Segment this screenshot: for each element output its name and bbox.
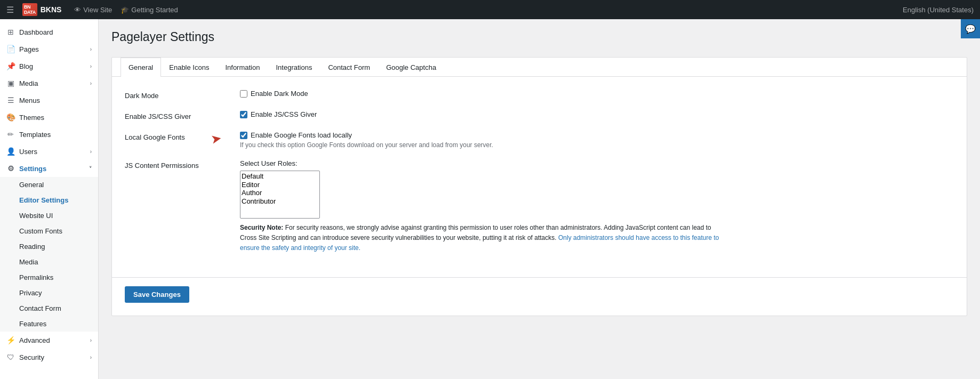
js-permissions-control: Select User Roles: Default Editor Author… [240,159,954,254]
security-note: Security Note: For security reasons, we … [240,223,720,254]
chevron-right-icon: › [90,354,92,360]
dark-mode-control: Enable Dark Mode [240,90,954,98]
hamburger-menu[interactable]: ☰ [6,5,14,15]
site-logo: BNDATA BKNS [22,3,61,16]
chevron-right-icon: › [90,337,92,343]
tab-google-captcha[interactable]: Google Captcha [378,58,444,77]
local-google-fonts-checkbox-label[interactable]: Enable Google Fonts load locally [240,131,954,139]
logo-icon: BNDATA [22,3,37,16]
role-author[interactable]: Author [242,189,318,197]
chevron-right-icon: › [90,46,92,52]
chevron-down-icon: ˅ [89,166,92,172]
dark-mode-row: Dark Mode Enable Dark Mode [125,90,954,100]
sidebar-sub-custom-fonts[interactable]: Custom Fonts [0,223,98,239]
chevron-right-icon: › [90,80,92,86]
graduation-icon: 🎓 [121,6,129,14]
sidebar-item-settings[interactable]: ⚙ Settings ˅ [0,160,98,177]
security-icon: 🛡 [6,353,15,361]
media-icon: ▣ [6,79,15,87]
templates-icon: ✏ [6,130,15,139]
save-changes-button[interactable]: Save Changes [125,286,189,303]
eye-icon: 👁 [74,6,81,14]
main-content: Pagelayer Settings General Enable Icons … [99,19,980,379]
sidebar-item-security[interactable]: 🛡 Security › [0,349,98,366]
dark-mode-label: Dark Mode [125,90,231,100]
sidebar-item-menus[interactable]: ☰ Menus [0,92,98,109]
chevron-right-icon: › [90,63,92,69]
tab-enable-icons[interactable]: Enable Icons [161,58,217,77]
js-css-giver-checkbox[interactable] [240,111,247,118]
themes-icon: 🎨 [6,113,15,122]
layout: ⊞ Dashboard 📄 Pages › 📌 Blog › ▣ Media ›… [0,19,980,379]
sidebar-sub-privacy[interactable]: Privacy [0,285,98,301]
notification-banner[interactable]: 💬 [961,19,980,38]
role-contributor[interactable]: Contributor [242,197,318,206]
page-title: Pagelayer Settings [111,30,967,44]
language-selector: English (United States) [903,6,974,14]
local-google-fonts-row: Local Google Fonts ➤ Enable Google Fonts… [125,131,954,149]
tab-contact-form[interactable]: Contact Form [320,58,378,77]
role-default[interactable]: Default [242,172,318,181]
settings-panel: General Enable Icons Information Integra… [111,57,967,316]
role-editor[interactable]: Editor [242,181,318,189]
local-google-fonts-hint: If you check this option Google Fonts do… [240,141,954,149]
notification-icon: 💬 [965,24,976,34]
user-roles-select[interactable]: Default Editor Author Contributor [240,171,320,219]
menus-icon: ☰ [6,96,15,104]
pages-icon: 📄 [6,45,15,53]
js-permissions-label: JS Content Permissions [125,159,231,170]
tab-information[interactable]: Information [217,58,268,77]
js-css-giver-control: Enable JS/CSS Giver [240,110,954,118]
security-note-bold: Security Note: [240,224,283,231]
sidebar: ⊞ Dashboard 📄 Pages › 📌 Blog › ▣ Media ›… [0,19,99,379]
sidebar-item-dashboard[interactable]: ⊞ Dashboard [0,23,98,41]
sidebar-sub-contact-form[interactable]: Contact Form [0,301,98,316]
tab-integrations[interactable]: Integrations [268,58,320,77]
blog-icon: 📌 [6,62,15,70]
site-name: BKNS [41,5,62,14]
sidebar-sub-media[interactable]: Media [0,254,98,270]
topbar-links: 👁 View Site 🎓 Getting Started [74,6,178,14]
sidebar-item-pages[interactable]: 📄 Pages › [0,41,98,58]
js-css-giver-checkbox-label[interactable]: Enable JS/CSS Giver [240,110,954,118]
local-google-fonts-control: ➤ Enable Google Fonts load locally If yo… [240,131,954,149]
dark-mode-checkbox[interactable] [240,90,247,98]
js-permissions-row: JS Content Permissions Select User Roles… [125,159,954,254]
topbar: ☰ BNDATA BKNS 👁 View Site 🎓 Getting Star… [0,0,980,19]
sidebar-item-themes[interactable]: 🎨 Themes [0,109,98,126]
users-icon: 👤 [6,147,15,156]
dashboard-icon: ⊞ [6,28,15,36]
advanced-icon: ⚡ [6,336,15,344]
js-css-giver-label: Enable JS/CSS Giver [125,110,231,120]
settings-submenu: General Editor Settings Website UI Custo… [0,177,98,332]
sidebar-sub-features[interactable]: Features [0,316,98,332]
getting-started-link[interactable]: 🎓 Getting Started [121,6,178,14]
settings-icon: ⚙ [6,164,15,173]
sidebar-item-templates[interactable]: ✏ Templates [0,126,98,143]
tab-general[interactable]: General [121,58,161,77]
sidebar-item-media[interactable]: ▣ Media › [0,75,98,92]
sidebar-sub-general[interactable]: General [0,177,98,192]
select-label: Select User Roles: [240,159,954,167]
sidebar-sub-reading[interactable]: Reading [0,239,98,254]
sidebar-item-advanced[interactable]: ⚡ Advanced › [0,332,98,349]
sidebar-sub-permalinks[interactable]: Permalinks [0,270,98,285]
js-css-giver-row: Enable JS/CSS Giver Enable JS/CSS Giver [125,110,954,120]
sidebar-item-users[interactable]: 👤 Users › [0,143,98,160]
sidebar-sub-website-ui[interactable]: Website UI [0,208,98,223]
save-button-wrap: Save Changes [112,277,967,316]
settings-tabs: General Enable Icons Information Integra… [112,58,967,77]
form-content: Dark Mode Enable Dark Mode Enable JS/CSS… [112,77,967,277]
view-site-link[interactable]: 👁 View Site [74,6,112,14]
dark-mode-checkbox-label[interactable]: Enable Dark Mode [240,90,954,98]
chevron-right-icon: › [90,149,92,155]
sidebar-item-blog[interactable]: 📌 Blog › [0,58,98,75]
local-google-fonts-checkbox[interactable] [240,132,247,139]
sidebar-sub-editor-settings[interactable]: Editor Settings [0,192,98,208]
